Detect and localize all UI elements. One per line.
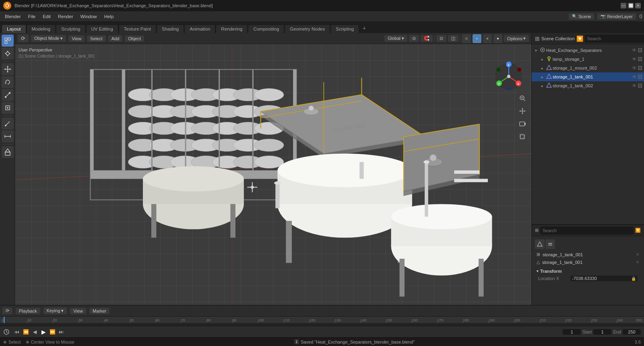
- solid-mode-button[interactable]: [473, 34, 481, 43]
- next-keyframe-button[interactable]: ⏩: [48, 328, 56, 336]
- outliner-item-tank002[interactable]: ▸ storage_1_tank_002 👁 🖼: [532, 81, 644, 90]
- global-transform-button[interactable]: Global ▾: [384, 35, 407, 42]
- view-menu-timeline-button[interactable]: View: [70, 308, 86, 314]
- root-render-toggle[interactable]: 🖼: [638, 47, 642, 53]
- playback-menu-button[interactable]: Playback: [16, 308, 40, 314]
- tab-scripting[interactable]: Scripting: [330, 25, 359, 33]
- object-menu-button[interactable]: Object: [125, 35, 144, 42]
- rotate-tool-button[interactable]: [2, 76, 14, 88]
- mount-render-toggle[interactable]: 🖼: [638, 65, 642, 71]
- properties-tab-object[interactable]: [535, 239, 545, 249]
- svg-point-142: [517, 68, 521, 72]
- menu-blender[interactable]: Blender: [2, 13, 24, 20]
- mesh-icon-mount: [546, 65, 553, 71]
- outliner-item-mount[interactable]: ▸ storage_1_mount_002 👁 🖼: [532, 64, 644, 72]
- minimize-button[interactable]: —: [621, 3, 626, 8]
- tank001-render-toggle[interactable]: 🖼: [638, 74, 642, 80]
- maximize-button[interactable]: ⬜: [628, 3, 634, 8]
- pan-view-button[interactable]: [517, 105, 528, 117]
- prev-keyframe-button[interactable]: ⏪: [22, 328, 30, 336]
- tab-texture-paint[interactable]: Texture Paint: [119, 25, 156, 33]
- mount-visibility-toggle[interactable]: 👁: [632, 65, 637, 71]
- location-x-value[interactable]: -7038.63330 🔒: [570, 276, 638, 281]
- tab-geometry-nodes[interactable]: Geometry Nodes: [285, 25, 330, 33]
- tab-modeling[interactable]: Modeling: [27, 25, 56, 33]
- lamp-render-toggle[interactable]: 🖼: [638, 56, 642, 62]
- tab-uv-editing[interactable]: UV Editing: [86, 25, 118, 33]
- root-visibility-toggle[interactable]: 👁: [632, 47, 637, 53]
- properties-filter-icon[interactable]: 🔽: [635, 228, 641, 233]
- overlay-button[interactable]: ⊙: [436, 35, 446, 42]
- close-button[interactable]: ✕: [635, 3, 641, 8]
- tab-layout[interactable]: Layout: [2, 25, 26, 33]
- properties-tab-modifiers[interactable]: [545, 239, 555, 249]
- outliner-search-input[interactable]: [585, 35, 644, 43]
- camera-view-button[interactable]: [517, 118, 528, 130]
- menu-edit[interactable]: Edit: [39, 13, 54, 20]
- selected-obj-close-1[interactable]: ✕: [636, 252, 639, 257]
- proportional-edit-button[interactable]: ⊙: [409, 35, 419, 42]
- viewport-canvas[interactable]: TT02-RS-1003: [15, 44, 531, 305]
- timeline-ruler[interactable]: 0 10 20 30 40 50 60 70 80: [0, 317, 644, 326]
- tab-rendering[interactable]: Rendering: [216, 25, 248, 33]
- tab-sculpting[interactable]: Sculpting: [56, 25, 85, 33]
- menu-help[interactable]: Help: [101, 13, 117, 20]
- tank001-visibility-toggle[interactable]: 👁: [632, 74, 637, 80]
- play-reverse-button[interactable]: ◀: [31, 328, 39, 336]
- scale-tool-button[interactable]: [2, 89, 14, 101]
- transform-section-header[interactable]: ▾ Transform: [535, 268, 641, 275]
- tab-shading[interactable]: Shading: [157, 25, 184, 33]
- outliner-item-root[interactable]: ▾ Heat_Exchange_Separators 👁 🖼: [532, 46, 644, 55]
- tank002-visibility-toggle[interactable]: 👁: [632, 83, 637, 89]
- properties-search-input[interactable]: [540, 227, 634, 235]
- annotate-tool-button[interactable]: [2, 117, 14, 130]
- play-button[interactable]: ▶: [39, 328, 47, 336]
- add-menu-button[interactable]: Add: [108, 35, 123, 42]
- tank002-render-toggle[interactable]: 🖼: [638, 83, 642, 89]
- timeline-editor-type-button[interactable]: ⟳: [2, 307, 12, 314]
- outliner-item-lamp[interactable]: ▸ lamp_storage_1 👁 🖼: [532, 55, 644, 64]
- transform-tool-button[interactable]: [2, 102, 14, 114]
- measure-tool-button[interactable]: [2, 130, 14, 142]
- view-menu-button[interactable]: View: [68, 35, 85, 42]
- end-frame-input[interactable]: [623, 329, 641, 335]
- tab-compositing[interactable]: Compositing: [248, 25, 284, 33]
- viewport-gizmo[interactable]: Z X Y: [493, 60, 525, 93]
- xray-button[interactable]: ◫: [448, 35, 458, 42]
- outliner-item-tank001[interactable]: ▸ storage_1_tank_001 👁 🖼: [532, 72, 644, 81]
- select-menu-button[interactable]: Select: [87, 35, 106, 42]
- cursor-tool-button[interactable]: [2, 47, 14, 60]
- snapping-button[interactable]: 🧲: [421, 35, 433, 42]
- lamp-visibility-toggle[interactable]: 👁: [632, 56, 637, 62]
- selected-obj-close-2[interactable]: ✕: [636, 260, 639, 264]
- object-mode-button[interactable]: Object Mode ▾: [31, 35, 66, 42]
- menu-file[interactable]: File: [25, 13, 39, 20]
- viewport-options-button[interactable]: Options ▾: [504, 35, 529, 42]
- mesh-icon-tank002: [546, 82, 553, 89]
- jump-start-button[interactable]: ⏮: [13, 328, 21, 336]
- selected-object-row-1[interactable]: ⊞ storage_1_tank_001 ✕: [535, 251, 641, 258]
- material-mode-button[interactable]: [483, 34, 492, 43]
- current-frame-input[interactable]: [563, 329, 581, 335]
- add-object-button[interactable]: [2, 146, 14, 158]
- menu-window[interactable]: Window: [77, 13, 100, 20]
- start-frame-input[interactable]: [593, 329, 611, 335]
- engine-selector[interactable]: ⟨⟩: [639, 14, 642, 19]
- zoom-to-fit-button[interactable]: [517, 93, 528, 104]
- move-tool-button[interactable]: [2, 63, 14, 75]
- render-mode-button[interactable]: [493, 34, 502, 43]
- selected-object-row-2[interactable]: △ storage_1_tank_001 ✕: [535, 258, 641, 266]
- keying-menu-button[interactable]: Keying ▾: [43, 307, 67, 314]
- select-tool-button[interactable]: [2, 35, 14, 47]
- viewport-3d[interactable]: ⟳ Object Mode ▾ View Select Add Object G…: [15, 33, 531, 305]
- filter-icon[interactable]: 🔽: [576, 35, 583, 42]
- editor-type-button[interactable]: ⟳: [18, 35, 29, 42]
- add-workspace-button[interactable]: +: [359, 23, 369, 33]
- marker-menu-button[interactable]: Marker: [89, 308, 109, 314]
- jump-end-button[interactable]: ⏭: [57, 328, 65, 336]
- orthographic-view-button[interactable]: [517, 131, 528, 142]
- tab-animation[interactable]: Animation: [184, 25, 215, 33]
- location-x-lock[interactable]: 🔒: [631, 276, 636, 281]
- wireframe-mode-button[interactable]: [462, 34, 471, 43]
- menu-render[interactable]: Render: [55, 13, 76, 20]
